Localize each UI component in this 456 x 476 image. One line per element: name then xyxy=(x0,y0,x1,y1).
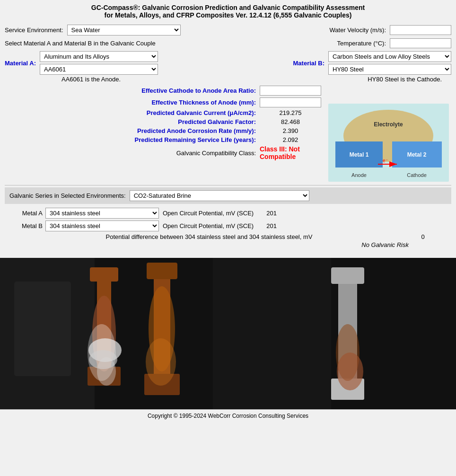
bottom-image xyxy=(0,258,456,409)
metal-b-potential-label: Open Circuit Potential, mV (SCE) xyxy=(163,222,254,229)
galvanic-series-row: Galvanic Series in Selected Environments… xyxy=(9,190,447,201)
material-a-specific-select[interactable]: AA6061 xyxy=(40,64,158,75)
footer: Copyright © 1995-2024 WebCorr Corrosion … xyxy=(0,409,456,422)
potential-diff-value: 0 xyxy=(409,233,437,240)
predicted-current-label: Predicted Galvanic Current (μA/cm2): xyxy=(5,109,260,116)
svg-point-19 xyxy=(146,338,176,386)
service-env-select[interactable]: Sea Water xyxy=(67,25,181,35)
footer-text: Copyright © 1995-2024 WebCorr Corrosion … xyxy=(148,413,308,419)
service-env-label: Service Environment: xyxy=(5,26,63,34)
svg-point-24 xyxy=(337,353,363,390)
potential-diff-label: Potential difference between 304 stainle… xyxy=(9,233,409,240)
galvanic-series-label: Galvanic Series in Selected Environments… xyxy=(9,192,126,199)
temperature-group: Temperature (°C): 25.00 xyxy=(337,38,451,48)
service-life-label: Predicted Remaining Service Life (years)… xyxy=(5,136,260,143)
material-b-group: Material B: Carbon Steels and Low Alloy … xyxy=(293,51,451,75)
corrosion-image-svg xyxy=(0,258,456,409)
material-a-group: Material A: Aluminum and Its Alloys AA60… xyxy=(5,51,158,75)
metal-a-potential-value: 201 xyxy=(257,210,286,217)
compatibility-label: Galvanic Compatibility Class: xyxy=(5,150,260,157)
metal-rows-section: Metal A 304 stainless steel Open Circuit… xyxy=(5,206,451,252)
metal-a-row: Metal A 304 stainless steel Open Circuit… xyxy=(9,208,447,219)
metal-b-potential-value: 201 xyxy=(257,222,286,229)
predicted-current-row: Predicted Galvanic Current (μA/cm2): 219… xyxy=(5,109,321,116)
predicted-factor-value: 82.468 xyxy=(260,118,321,125)
material-select-text: Select Material A and Material B in the … xyxy=(5,40,156,47)
predicted-factor-row: Predicted Galvanic Factor: 82.468 xyxy=(5,118,321,125)
service-life-value: 2.092 xyxy=(260,136,321,143)
svg-rect-15 xyxy=(147,263,177,279)
service-env-group: Service Environment: Sea Water xyxy=(5,25,181,35)
anode-text: AA6061 is the Anode. xyxy=(61,76,121,83)
metal-b-row: Metal B 304 stainless steel Open Circuit… xyxy=(9,220,447,231)
metal-b-label: Metal B xyxy=(9,222,43,229)
corrosion-rate-value: 2.390 xyxy=(260,127,321,134)
material-a-category-select[interactable]: Aluminum and Its Alloys xyxy=(40,51,158,62)
svg-point-27 xyxy=(89,350,117,369)
results-section: Effective Cathode to Anode Area Ratio: 1… xyxy=(5,86,321,162)
app-container: GC-Compass®: Galvanic Corrosion Predicti… xyxy=(0,0,456,422)
galvanic-diagram-container: Electrolyte Metal 1 Metal 2 e⁻ xyxy=(328,104,451,183)
metal-a-label: Metal A xyxy=(9,210,43,217)
cathode-anode-row: Effective Cathode to Anode Area Ratio: 1… xyxy=(5,86,321,96)
metal-b-select[interactable]: 304 stainless steel xyxy=(45,220,159,231)
no-galvanic-risk: No Galvanic Risk xyxy=(9,241,447,248)
svg-rect-8 xyxy=(14,282,71,376)
material-b-specific-select[interactable]: HY80 Steel xyxy=(328,64,451,75)
electrolyte-label: Electrolyte xyxy=(374,121,403,128)
metal-a-select[interactable]: 304 stainless steel xyxy=(45,208,159,219)
cathode-text: HY80 Steel is the Cathode. xyxy=(368,76,442,83)
water-velocity-input[interactable]: 0.000 xyxy=(390,25,451,35)
metal2-label: Metal 2 xyxy=(407,151,427,158)
galvanic-series-section: Galvanic Series in Selected Environments… xyxy=(5,187,451,204)
main-panel: Service Environment: Sea Water Water Vel… xyxy=(0,21,456,258)
thickness-input[interactable]: 5.000 xyxy=(260,97,321,107)
compatibility-value: Class III: Not Compatible xyxy=(260,145,321,160)
predicted-factor-label: Predicted Galvanic Factor: xyxy=(5,118,260,125)
electron-label: e⁻ xyxy=(383,158,388,163)
header: GC-Compass®: Galvanic Corrosion Predicti… xyxy=(0,0,456,21)
thickness-row: Effective Thickness of Anode (mm): 5.000 xyxy=(5,97,321,107)
cathode-anode-input[interactable]: 14.000 xyxy=(260,86,321,96)
potential-diff-row: Potential difference between 304 stainle… xyxy=(9,233,447,240)
cathode-anode-label: Effective Cathode to Anode Area Ratio: xyxy=(5,87,260,94)
cathode-diagram-label: Cathode xyxy=(407,172,427,178)
svg-rect-20 xyxy=(331,267,364,284)
predicted-current-value: 219.275 xyxy=(260,109,321,116)
header-title: GC-Compass®: Galvanic Corrosion Predicti… xyxy=(5,4,451,11)
service-life-row: Predicted Remaining Service Life (years)… xyxy=(5,136,321,143)
temperature-label: Temperature (°C): xyxy=(337,40,386,47)
material-a-label: Material A: xyxy=(5,60,36,67)
anode-diagram-label: Anode xyxy=(351,172,367,178)
corrosion-rate-row: Predicted Anode Corrosion Rate (mm/y): 2… xyxy=(5,127,321,134)
material-b-category-select[interactable]: Carbon Steels and Low Alloy Steels xyxy=(328,51,451,62)
water-velocity-group: Water Velocity (m/s): 0.000 xyxy=(330,25,451,35)
water-velocity-label: Water Velocity (m/s): xyxy=(330,26,386,34)
thickness-label: Effective Thickness of Anode (mm): xyxy=(5,99,260,106)
temperature-input[interactable]: 25.00 xyxy=(390,38,451,48)
corrosion-rate-label: Predicted Anode Corrosion Rate (mm/y): xyxy=(5,127,260,134)
svg-rect-9 xyxy=(90,267,118,282)
header-subtitle: for Metals, Alloys, and CFRP Composites … xyxy=(5,11,451,19)
compatibility-row: Galvanic Compatibility Class: Class III:… xyxy=(5,145,321,160)
svg-rect-25 xyxy=(213,258,331,409)
galvanic-series-select[interactable]: CO2-Saturated Brine xyxy=(130,190,309,201)
material-b-label: Material B: xyxy=(293,60,324,67)
galvanic-diagram-svg: Electrolyte Metal 1 Metal 2 e⁻ xyxy=(328,104,449,182)
metal1-label: Metal 1 xyxy=(350,151,369,158)
metal-a-potential-label: Open Circuit Potential, mV (SCE) xyxy=(163,210,254,217)
